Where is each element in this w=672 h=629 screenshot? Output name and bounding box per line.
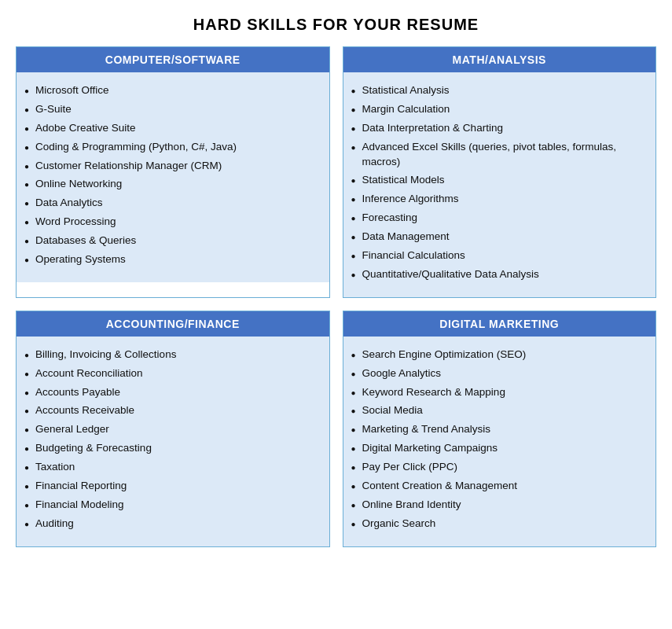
list-item: Quantitative/Qualitative Data Analysis <box>351 267 645 282</box>
list-item: Databases & Queries <box>24 234 318 248</box>
list-item: Digital Marketing Campaigns <box>351 441 645 456</box>
skill-text: Budgeting & Forecasting <box>35 441 152 456</box>
list-item: Account Reconciliation <box>24 366 318 381</box>
list-item: General Ledger <box>24 422 318 437</box>
page-title: HARD SKILLS FOR YOUR RESUME <box>16 16 656 34</box>
skill-text: Social Media <box>362 403 423 418</box>
skill-text: Statistical Models <box>362 173 445 188</box>
list-item: Taxation <box>24 460 318 475</box>
list-item: Data Management <box>351 230 645 245</box>
list-item: Word Processing <box>24 215 318 230</box>
section-accounting-finance: ACCOUNTING/FINANCEBilling, Invoicing & C… <box>16 311 330 547</box>
skill-text: Pay Per Click (PPC) <box>362 460 458 475</box>
list-item: G-Suite <box>24 102 318 117</box>
section-body-digital-marketing: Search Engine Optimization (SEO)Google A… <box>343 337 656 546</box>
section-body-math-analysis: Statistical AnalysisMargin CalculationDa… <box>343 72 656 297</box>
section-header-accounting-finance: ACCOUNTING/FINANCE <box>17 311 329 337</box>
skill-text: Billing, Invoicing & Collections <box>35 348 176 362</box>
list-item: Marketing & Trend Analysis <box>351 422 645 437</box>
skill-text: Databases & Queries <box>35 234 136 248</box>
list-item: Keyword Research & Mapping <box>351 385 645 400</box>
skill-list-computer-software: Microsoft OfficeG-SuiteAdobe Creative Su… <box>24 83 318 267</box>
skill-text: Accounts Payable <box>35 385 120 400</box>
skill-text: Organic Search <box>362 517 436 532</box>
list-item: Microsoft Office <box>24 83 318 98</box>
list-item: Financial Modeling <box>24 498 318 513</box>
list-item: Data Analytics <box>24 196 318 211</box>
skill-text: Online Networking <box>35 177 122 192</box>
list-item: Coding & Programming (Python, C#, Java) <box>24 140 318 155</box>
skill-text: Coding & Programming (Python, C#, Java) <box>35 140 237 155</box>
skill-text: Microsoft Office <box>35 83 109 98</box>
skill-text: Accounts Receivable <box>35 403 134 418</box>
list-item: Forecasting <box>351 211 645 226</box>
list-item: Data Interpretation & Charting <box>351 121 645 136</box>
skill-text: Data Analytics <box>35 196 103 211</box>
skill-text: Auditing <box>35 517 74 532</box>
list-item: Budgeting & Forecasting <box>24 441 318 456</box>
skill-text: Operating Systems <box>35 252 126 267</box>
skill-text: Financial Modeling <box>35 498 124 513</box>
skill-text: Online Brand Identity <box>362 498 461 513</box>
skill-list-digital-marketing: Search Engine Optimization (SEO)Google A… <box>351 348 645 532</box>
list-item: Accounts Payable <box>24 385 318 400</box>
skill-text: Search Engine Optimization (SEO) <box>362 348 527 362</box>
section-body-computer-software: Microsoft OfficeG-SuiteAdobe Creative Su… <box>17 72 329 282</box>
skill-text: G-Suite <box>35 102 72 117</box>
skill-list-accounting-finance: Billing, Invoicing & CollectionsAccount … <box>24 348 318 532</box>
skill-text: Keyword Research & Mapping <box>362 385 505 400</box>
sections-grid: COMPUTER/SOFTWAREMicrosoft OfficeG-Suite… <box>16 46 656 547</box>
section-math-analysis: MATH/ANALYSISStatistical AnalysisMargin … <box>343 46 657 298</box>
list-item: Operating Systems <box>24 252 318 267</box>
list-item: Adobe Creative Suite <box>24 121 318 136</box>
section-computer-software: COMPUTER/SOFTWAREMicrosoft OfficeG-Suite… <box>16 46 330 298</box>
list-item: Inference Algorithms <box>351 192 645 207</box>
list-item: Pay Per Click (PPC) <box>351 460 645 475</box>
skill-text: Statistical Analysis <box>362 83 450 98</box>
section-digital-marketing: DIGITAL MARKETINGSearch Engine Optimizat… <box>343 311 657 547</box>
skill-text: Digital Marketing Campaigns <box>362 441 498 456</box>
list-item: Online Networking <box>24 177 318 192</box>
skill-text: Data Interpretation & Charting <box>362 121 503 136</box>
skill-text: Word Processing <box>35 215 116 230</box>
section-header-digital-marketing: DIGITAL MARKETING <box>343 311 656 337</box>
list-item: Statistical Models <box>351 173 645 188</box>
list-item: Social Media <box>351 403 645 418</box>
skill-text: Taxation <box>35 460 75 475</box>
list-item: Customer Relationship Manager (CRM) <box>24 159 318 174</box>
list-item: Search Engine Optimization (SEO) <box>351 348 645 362</box>
list-item: Financial Reporting <box>24 479 318 494</box>
page-container: HARD SKILLS FOR YOUR RESUME COMPUTER/SOF… <box>16 16 656 547</box>
skill-text: Google Analytics <box>362 366 442 381</box>
skill-text: Data Management <box>362 230 450 245</box>
skill-text: Marketing & Trend Analysis <box>362 422 491 437</box>
skill-text: Financial Calculations <box>362 248 465 263</box>
skill-list-math-analysis: Statistical AnalysisMargin CalculationDa… <box>351 83 645 282</box>
list-item: Statistical Analysis <box>351 83 645 98</box>
list-item: Organic Search <box>351 517 645 532</box>
skill-text: Financial Reporting <box>35 479 127 494</box>
section-body-accounting-finance: Billing, Invoicing & CollectionsAccount … <box>17 337 329 546</box>
list-item: Accounts Receivable <box>24 403 318 418</box>
skill-text: Forecasting <box>362 211 418 226</box>
list-item: Content Creation & Management <box>351 479 645 494</box>
list-item: Billing, Invoicing & Collections <box>24 348 318 362</box>
skill-text: Adobe Creative Suite <box>35 121 136 136</box>
skill-text: General Ledger <box>35 422 109 437</box>
skill-text: Account Reconciliation <box>35 366 143 381</box>
section-header-computer-software: COMPUTER/SOFTWARE <box>17 47 329 72</box>
section-header-math-analysis: MATH/ANALYSIS <box>343 47 656 72</box>
skill-text: Inference Algorithms <box>362 192 459 207</box>
skill-text: Advanced Excel Skills (queries, pivot ta… <box>362 140 644 170</box>
list-item: Margin Calculation <box>351 102 645 117</box>
skill-text: Quantitative/Qualitative Data Analysis <box>362 267 539 282</box>
skill-text: Customer Relationship Manager (CRM) <box>35 159 222 174</box>
list-item: Financial Calculations <box>351 248 645 263</box>
list-item: Advanced Excel Skills (queries, pivot ta… <box>351 140 645 170</box>
list-item: Auditing <box>24 517 318 532</box>
skill-text: Content Creation & Management <box>362 479 517 494</box>
list-item: Online Brand Identity <box>351 498 645 513</box>
skill-text: Margin Calculation <box>362 102 450 117</box>
list-item: Google Analytics <box>351 366 645 381</box>
